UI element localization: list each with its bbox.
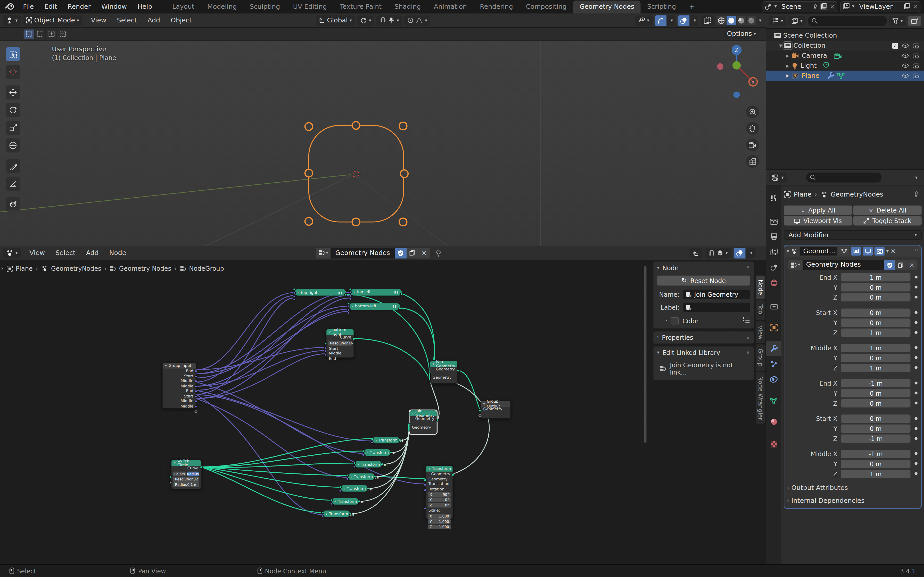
browse-tree-button[interactable]: ▾: [316, 248, 331, 258]
properties-filter-dropdown[interactable]: ▾: [915, 175, 921, 180]
select-extend-button[interactable]: [46, 29, 57, 39]
breadcrumb-collapse-icon[interactable]: ›: [1, 266, 3, 271]
node-axis-field[interactable]: Z1.000: [428, 524, 451, 529]
tab-tool[interactable]: [766, 190, 781, 205]
node-panel-header[interactable]: ▾Node⠿: [657, 264, 750, 271]
node-axis-field[interactable]: Y1.000: [428, 519, 451, 524]
blender-logo-icon[interactable]: [5, 2, 15, 11]
menu-item[interactable]: Add: [81, 249, 104, 257]
node-header[interactable]: ▾Transform: [426, 466, 453, 472]
animate-dot[interactable]: [914, 321, 917, 324]
tab-texture[interactable]: [766, 436, 781, 451]
workspace-tab[interactable]: Shading: [388, 0, 427, 13]
tab-output[interactable]: [766, 229, 781, 244]
node-output-socket-row[interactable]: Middle: [163, 384, 195, 388]
viewlayer-selector[interactable]: ▾ ViewLayer ×: [840, 1, 921, 12]
realtime-toggle[interactable]: [851, 247, 861, 256]
animate-dot[interactable]: [914, 356, 917, 359]
remove-icon[interactable]: ×: [913, 3, 918, 10]
new-collection-button[interactable]: [908, 16, 921, 26]
multi-input-socket[interactable]: [408, 423, 410, 432]
animate-dot[interactable]: [914, 276, 917, 279]
properties-search-input[interactable]: [806, 172, 882, 183]
drag-dots-icon[interactable]: ⠿: [746, 265, 750, 271]
fake-user-shield-button[interactable]: [395, 248, 407, 258]
pin-icon[interactable]: [812, 3, 818, 10]
unlink-node-tree-button[interactable]: ×: [906, 260, 917, 270]
options-button[interactable]: Options▾: [724, 29, 759, 39]
outliner-row-scene-collection[interactable]: Scene Collection: [766, 31, 924, 41]
workspace-tab[interactable]: Geometry Nodes: [573, 0, 641, 13]
animate-dot[interactable]: [914, 392, 917, 394]
tool-move[interactable]: [6, 85, 20, 100]
tab-object[interactable]: [766, 320, 781, 335]
duplicate-icon[interactable]: [820, 3, 827, 10]
panel-section-header[interactable]: › Output Attributes: [787, 484, 921, 492]
resolution-field[interactable]: Resolution16: [328, 340, 352, 345]
viewport-display-toggle[interactable]: [863, 247, 873, 256]
node-header[interactable]: ▾bottom-right: [326, 329, 354, 335]
animate-dot[interactable]: [914, 286, 917, 288]
node-header[interactable]: ▾Group Input: [163, 363, 195, 369]
animate-dot[interactable]: [914, 366, 917, 369]
value-field[interactable]: -1 m: [841, 379, 911, 387]
remove-modifier-icon[interactable]: ×: [890, 247, 896, 255]
menu-item[interactable]: Select: [111, 16, 142, 24]
apply-all-button[interactable]: ↓Apply All: [784, 206, 852, 215]
node-transform-collapsed[interactable]: ›Transform▮▮: [355, 461, 382, 467]
shading-material-button[interactable]: [737, 16, 746, 25]
menu-item[interactable]: View: [86, 16, 111, 24]
menu-item[interactable]: Render: [62, 3, 96, 10]
tab-world[interactable]: [766, 275, 781, 290]
value-field[interactable]: 0 m: [841, 354, 911, 362]
value-field[interactable]: 1 m: [841, 470, 911, 478]
shading-rendered-button[interactable]: [746, 16, 757, 25]
value-field[interactable]: 1 m: [841, 273, 911, 281]
unlink-icon[interactable]: ×: [830, 3, 835, 10]
pin-icon[interactable]: [435, 249, 442, 257]
value-field[interactable]: 0 m: [841, 389, 911, 397]
outliner-filter-type[interactable]: ▾: [788, 16, 805, 26]
snapping-cluster[interactable]: ▾: [705, 248, 731, 258]
workspace-tab[interactable]: Sculpting: [243, 0, 287, 13]
delete-all-button[interactable]: ×Delete All: [853, 206, 922, 215]
node-output-socket-row[interactable]: Middle: [163, 398, 195, 403]
fake-user-shield-button[interactable]: [884, 260, 895, 270]
outliner-row-light[interactable]: ▶ Light: [766, 61, 924, 71]
node-header[interactable]: ▾Curve Circle: [171, 460, 201, 466]
sidebar-tab[interactable]: Tool: [756, 300, 765, 320]
tab-particles[interactable]: [766, 356, 781, 371]
menu-item[interactable]: Select: [50, 249, 81, 257]
node-bottom-right[interactable]: ▾bottom-right Curve Resolution16 Start M…: [326, 329, 354, 358]
shading-dropdown[interactable]: ▾: [759, 18, 761, 23]
ortho-toggle-button[interactable]: [746, 155, 759, 168]
tab-view-layer[interactable]: [766, 245, 781, 259]
render-visibility-icon[interactable]: [913, 73, 919, 78]
edit-mode-toggle[interactable]: [839, 247, 849, 256]
expand-arrow-icon[interactable]: ▼: [779, 43, 782, 48]
color-swatch[interactable]: [671, 317, 679, 324]
animate-dot[interactable]: [914, 401, 917, 405]
browse-node-tree-button[interactable]: ▾: [788, 260, 803, 270]
viewport-vis-button[interactable]: Viewport Vis: [784, 216, 852, 226]
multi-input-socket[interactable]: [428, 373, 431, 381]
go-parent-tree-button[interactable]: [690, 248, 702, 258]
outliner-filter-button[interactable]: ▾: [889, 16, 906, 26]
overlays-toggle[interactable]: ▾: [677, 15, 698, 26]
node-transform-expanded[interactable]: ▾Transform Geometry Geometry Translation…: [425, 465, 453, 519]
transform-orientation[interactable]: Global▾: [316, 15, 355, 26]
tab-object-data[interactable]: [766, 393, 781, 408]
render-visibility-icon[interactable]: [913, 53, 919, 58]
pivot-point-button[interactable]: ▾: [357, 15, 374, 26]
node-group-output[interactable]: ▾Group Output Geometry: [480, 400, 511, 419]
value-field[interactable]: -1 m: [841, 434, 911, 443]
collapse-chevron-icon[interactable]: ▾: [787, 249, 789, 253]
menu-item[interactable]: View: [24, 249, 50, 257]
node-join-geometry-2-active[interactable]: ▾Join Geometry Geometry Geometry: [409, 410, 437, 435]
node-transform-collapsed[interactable]: ›Transform▮▮: [341, 485, 368, 492]
tab-render[interactable]: [766, 214, 781, 229]
node-label-input[interactable]: [683, 303, 750, 312]
node-top-left[interactable]: ›top-left▮▮: [351, 289, 402, 295]
select-subtract-button[interactable]: [57, 29, 68, 39]
render-visibility-icon[interactable]: [913, 43, 919, 48]
